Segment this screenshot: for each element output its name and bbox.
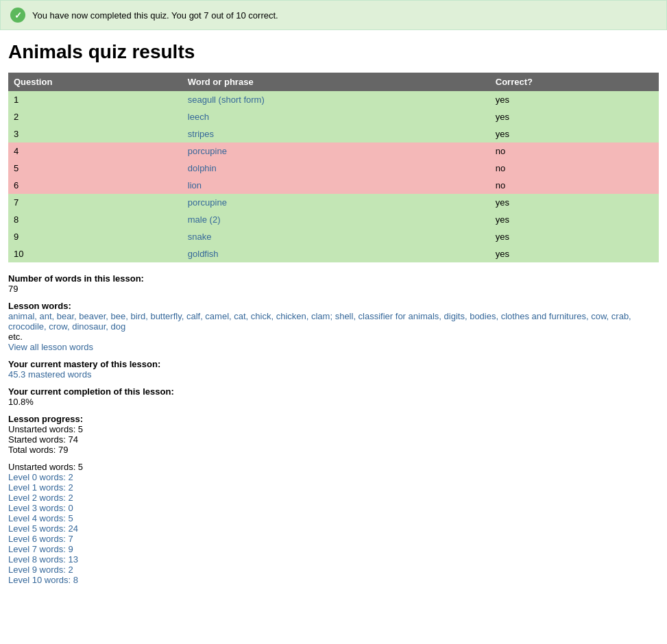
word-cell: snake — [182, 228, 490, 245]
question-cell: 10 — [8, 245, 182, 262]
table-row: 9snakeyes — [8, 228, 659, 245]
question-cell: 5 — [8, 160, 182, 177]
words-count-section: Number of words in this lesson: 79 — [8, 273, 659, 294]
col-header-question: Question — [8, 73, 182, 91]
completion-section: Your current completion of this lesson: … — [8, 386, 659, 407]
mastery-section: Your current mastery of this lesson: 45.… — [8, 359, 659, 380]
question-cell: 8 — [8, 211, 182, 228]
level-section: Unstarted words: 5Level 0 words: 2Level … — [8, 462, 659, 585]
word-cell: porcupine — [182, 194, 490, 211]
words-count-value: 79 — [8, 284, 18, 294]
level-line: Level 1 words: 2 — [8, 482, 659, 493]
question-cell: 1 — [8, 91, 182, 108]
view-all-link[interactable]: View all lesson words — [8, 342, 93, 352]
page-title: Animals quiz results — [8, 41, 659, 63]
word-cell: goldfish — [182, 245, 490, 262]
word-cell: porcupine — [182, 143, 490, 160]
progress-line: Started words: 74 — [8, 434, 659, 445]
table-row: 4porcupineno — [8, 143, 659, 160]
mastery-label: Your current mastery of this lesson: — [8, 359, 160, 369]
completion-label: Your current completion of this lesson: — [8, 386, 174, 397]
correct-cell: yes — [490, 108, 659, 125]
correct-cell: yes — [490, 91, 659, 108]
etc-text: etc. — [8, 332, 23, 342]
level-lines: Unstarted words: 5Level 0 words: 2Level … — [8, 462, 659, 585]
correct-cell: no — [490, 177, 659, 194]
word-cell: leech — [182, 108, 490, 125]
table-row: 6lionno — [8, 177, 659, 194]
correct-cell: yes — [490, 194, 659, 211]
level-line: Level 3 words: 0 — [8, 503, 659, 513]
correct-cell: no — [490, 160, 659, 177]
correct-cell: yes — [490, 228, 659, 245]
table-row: 2leechyes — [8, 108, 659, 125]
level-line: Level 2 words: 2 — [8, 493, 659, 503]
table-row: 5dolphinno — [8, 160, 659, 177]
check-icon — [10, 8, 25, 23]
progress-section: Lesson progress: Unstarted words: 5Start… — [8, 414, 659, 455]
mastery-value[interactable]: 45.3 mastered words — [8, 369, 91, 380]
level-line: Level 0 words: 2 — [8, 472, 659, 482]
completion-value: 10.8% — [8, 397, 34, 407]
table-row: 8male (2)yes — [8, 211, 659, 228]
word-cell: stripes — [182, 125, 490, 143]
notification-message: You have now completed this quiz. You go… — [32, 10, 278, 21]
lesson-words-label: Lesson words: — [8, 301, 71, 311]
col-header-word: Word or phrase — [182, 73, 490, 91]
table-row: 10goldfishyes — [8, 245, 659, 262]
notification-bar: You have now completed this quiz. You go… — [0, 0, 667, 30]
correct-cell: no — [490, 143, 659, 160]
level-line: Unstarted words: 5 — [8, 462, 659, 472]
question-cell: 4 — [8, 143, 182, 160]
progress-lines: Unstarted words: 5Started words: 74Total… — [8, 424, 659, 455]
level-line: Level 9 words: 2 — [8, 565, 659, 575]
page-content: Animals quiz results Question Word or ph… — [0, 41, 667, 606]
progress-line: Unstarted words: 5 — [8, 424, 659, 434]
level-line: Level 10 words: 8 — [8, 575, 659, 585]
lesson-words-section: Lesson words: animal, ant, bear, beaver,… — [8, 301, 659, 352]
question-cell: 9 — [8, 228, 182, 245]
level-line: Level 5 words: 24 — [8, 523, 659, 534]
words-count-label: Number of words in this lesson: — [8, 273, 144, 284]
table-row: 1seagull (short form)yes — [8, 91, 659, 108]
progress-label: Lesson progress: — [8, 414, 83, 424]
level-line: Level 8 words: 13 — [8, 554, 659, 565]
results-table: Question Word or phrase Correct? 1seagul… — [8, 73, 659, 262]
col-header-correct: Correct? — [490, 73, 659, 91]
correct-cell: yes — [490, 211, 659, 228]
question-cell: 7 — [8, 194, 182, 211]
correct-cell: yes — [490, 125, 659, 143]
word-cell: seagull (short form) — [182, 91, 490, 108]
table-row: 7porcupineyes — [8, 194, 659, 211]
table-row: 3stripesyes — [8, 125, 659, 143]
correct-cell: yes — [490, 245, 659, 262]
word-cell: dolphin — [182, 160, 490, 177]
level-line: Level 4 words: 5 — [8, 513, 659, 523]
level-line: Level 7 words: 9 — [8, 544, 659, 554]
level-line: Level 6 words: 7 — [8, 534, 659, 544]
question-cell: 6 — [8, 177, 182, 194]
question-cell: 2 — [8, 108, 182, 125]
lesson-words-list: animal, ant, bear, beaver, bee, bird, bu… — [8, 311, 631, 332]
question-cell: 3 — [8, 125, 182, 143]
word-cell: lion — [182, 177, 490, 194]
progress-line: Total words: 79 — [8, 445, 659, 455]
word-cell: male (2) — [182, 211, 490, 228]
